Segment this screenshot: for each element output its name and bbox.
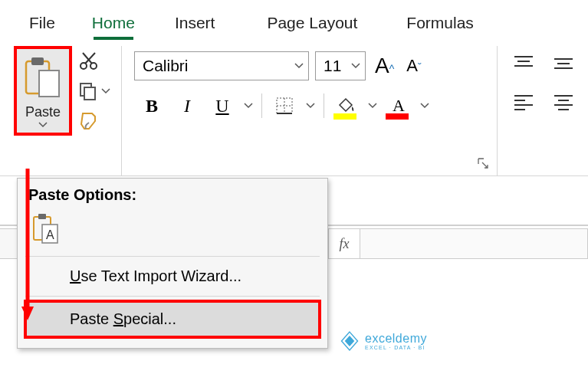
scissors-icon: [78, 51, 100, 72]
paste-special-item[interactable]: Paste Special...: [24, 300, 321, 339]
bold-button[interactable]: B: [134, 90, 169, 121]
tab-file[interactable]: File: [21, 8, 78, 40]
align-middle-icon: [553, 54, 574, 73]
align-center-button[interactable]: [550, 89, 577, 115]
paste-icon: [22, 54, 64, 101]
clipboard-group: Paste: [14, 46, 122, 175]
font-name-select[interactable]: Calibri: [134, 51, 309, 80]
watermark-slogan: EXCEL · DATA · BI: [365, 345, 427, 350]
svg-rect-2: [39, 71, 59, 97]
chevron-down-icon: [38, 122, 48, 128]
font-color-button[interactable]: A: [381, 90, 416, 121]
font-size-select[interactable]: 11: [315, 51, 366, 80]
paste-label: Paste: [25, 104, 61, 120]
borders-dropdown[interactable]: [302, 103, 319, 109]
fill-color-button[interactable]: [329, 90, 364, 121]
borders-button[interactable]: [267, 90, 302, 121]
font-name-value: Calibri: [143, 57, 189, 75]
paste-dropdown-menu: Paste Options: A Use Text Import Wizard.…: [17, 178, 328, 349]
ribbon-tabs: File Home Insert Page Layout Formulas: [0, 0, 588, 40]
align-middle-button[interactable]: [550, 51, 577, 77]
copy-button[interactable]: [78, 81, 110, 101]
tab-insert[interactable]: Insert: [149, 8, 241, 40]
svg-rect-8: [84, 87, 95, 100]
copy-icon: [78, 81, 98, 101]
menu-separator: [25, 296, 320, 297]
decrease-font-icon: A: [406, 56, 418, 76]
tab-formulas[interactable]: Formulas: [383, 8, 497, 40]
align-left-icon: [513, 93, 534, 111]
fill-color-swatch: [333, 113, 356, 120]
chevron-down-icon: [351, 63, 360, 69]
format-painter-button[interactable]: [78, 110, 110, 132]
paintbrush-icon: [78, 110, 100, 132]
underline-button[interactable]: U: [205, 90, 240, 121]
font-color-dropdown[interactable]: [416, 103, 433, 109]
formula-input[interactable]: [360, 228, 588, 259]
italic-button[interactable]: I: [169, 90, 205, 121]
borders-icon: [274, 96, 294, 116]
italic-icon: I: [184, 96, 190, 116]
clipboard-text-icon: A: [31, 212, 59, 244]
watermark: exceldemy EXCEL · DATA · BI: [339, 330, 427, 352]
font-dialog-launcher[interactable]: [477, 157, 489, 169]
font-color-swatch: [386, 113, 409, 120]
font-group: Calibri 11 A^ Aˇ B I U: [122, 46, 498, 175]
menu-separator: [25, 256, 320, 257]
chevron-down-icon: [101, 88, 110, 94]
watermark-brand: exceldemy: [365, 333, 427, 345]
underline-icon: U: [215, 96, 228, 116]
svg-rect-28: [38, 214, 46, 219]
cut-button[interactable]: [78, 51, 110, 72]
fx-label[interactable]: fx: [329, 228, 360, 259]
font-size-value: 11: [324, 57, 341, 75]
ribbon: Paste: [0, 40, 588, 176]
svg-text:A: A: [46, 228, 54, 241]
tab-home[interactable]: Home: [78, 8, 149, 40]
tab-page-layout[interactable]: Page Layout: [241, 8, 383, 40]
underline-dropdown[interactable]: [240, 103, 257, 109]
alignment-group: [498, 46, 577, 175]
watermark-logo-icon: [339, 330, 360, 352]
annotation-arrow: [20, 169, 35, 322]
increase-font-icon: A: [375, 54, 389, 78]
bold-icon: B: [146, 96, 158, 116]
increase-font-button[interactable]: A^: [372, 51, 397, 81]
align-center-icon: [553, 93, 574, 111]
align-left-button[interactable]: [510, 89, 537, 115]
svg-rect-1: [31, 57, 44, 65]
chevron-down-icon: [294, 63, 304, 69]
paste-options-heading: Paste Options:: [18, 183, 327, 210]
use-text-import-wizard-item[interactable]: Use Text Import Wizard...: [18, 260, 327, 293]
paste-button[interactable]: Paste: [14, 46, 72, 136]
align-top-button[interactable]: [510, 51, 537, 77]
svg-marker-34: [345, 336, 355, 346]
align-top-icon: [513, 54, 534, 73]
fill-color-dropdown[interactable]: [364, 103, 381, 109]
svg-marker-32: [21, 307, 34, 320]
decrease-font-button[interactable]: Aˇ: [403, 53, 424, 79]
fill-bucket-icon: [337, 97, 356, 114]
